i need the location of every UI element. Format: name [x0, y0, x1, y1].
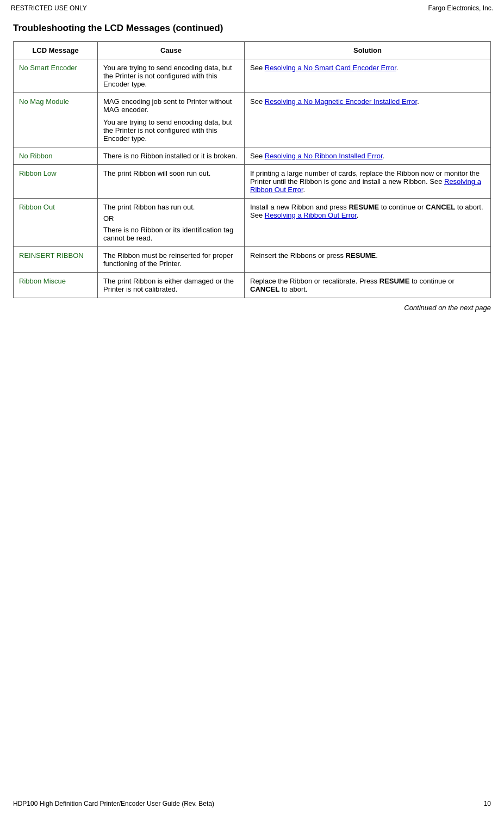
solution-bold: RESUME	[346, 251, 376, 260]
main-content: Troubleshooting the LCD Messages (contin…	[0, 14, 504, 320]
lcd-value: Ribbon Low	[19, 169, 57, 177]
solution-bold: CANCEL	[250, 285, 279, 293]
cause-cell: You are trying to send encoding data, bu…	[98, 59, 245, 93]
solution-cell: Install a new Ribbon and press RESUME to…	[245, 199, 491, 247]
lcd-message-cell: Ribbon Low	[14, 165, 98, 199]
solution-text: If printing a large number of cards, rep…	[250, 169, 485, 194]
cause-cell: MAG encoding job sent to Printer without…	[98, 93, 245, 147]
solution-text: Install a new Ribbon and press RESUME to…	[250, 203, 485, 219]
header-left: RESTRICTED USE ONLY	[11, 4, 87, 12]
header-right: Fargo Electronics, Inc.	[428, 4, 493, 12]
footer-right: 10	[484, 800, 491, 807]
table-row: No Smart EncoderYou are trying to send e…	[14, 59, 491, 93]
table-row: No Mag ModuleMAG encoding job sent to Pr…	[14, 93, 491, 147]
table-row: Ribbon MiscueThe print Ribbon is either …	[14, 273, 491, 298]
lcd-value: No Ribbon	[19, 152, 52, 160]
cause-text-part: There is no Ribbon or its identification…	[103, 226, 239, 242]
solution-cell: See Resolving a No Ribbon Installed Erro…	[245, 147, 491, 165]
table-row: Ribbon OutThe print Ribbon has run out.O…	[14, 199, 491, 247]
cause-cell: The Ribbon must be reinserted for proper…	[98, 247, 245, 273]
table-row: Ribbon LowThe print Ribbon will soon run…	[14, 165, 491, 199]
page-title: Troubleshooting the LCD Messages (contin…	[13, 23, 491, 34]
table-header-row: LCD Message Cause Solution	[14, 42, 491, 59]
solution-cell: See Resolving a No Smart Card Encoder Er…	[245, 59, 491, 93]
page-header: RESTRICTED USE ONLY Fargo Electronics, I…	[0, 0, 504, 14]
solution-text: See Resolving a No Magnetic Encoder Inst…	[250, 97, 485, 106]
solution-cell: If printing a large number of cards, rep…	[245, 165, 491, 199]
lcd-value: No Smart Encoder	[19, 64, 77, 72]
solution-cell: Replace the Ribbon or recalibrate. Press…	[245, 273, 491, 298]
solution-text: See Resolving a No Smart Card Encoder Er…	[250, 64, 485, 72]
solution-link[interactable]: Resolving a No Magnetic Encoder Installe…	[265, 97, 417, 106]
cause-text-part: MAG encoding job sent to Printer without…	[103, 97, 239, 114]
col-header-solution: Solution	[245, 42, 491, 59]
solution-bold: RESUME	[379, 277, 410, 285]
lcd-message-cell: REINSERT RIBBON	[14, 247, 98, 273]
solution-link[interactable]: Resolving a Ribbon Out Error	[265, 211, 357, 219]
cause-text: The Ribbon must be reinserted for proper…	[103, 251, 239, 268]
solution-bold: CANCEL	[426, 203, 455, 211]
solution-link[interactable]: Resolving a No Ribbon Installed Error	[265, 152, 383, 160]
solution-cell: Reinsert the Ribbons or press RESUME.	[245, 247, 491, 273]
lcd-value: Ribbon Miscue	[19, 277, 66, 285]
cause-text-part: The print Ribbon has run out.	[103, 203, 239, 211]
cause-cell: The print Ribbon is either damaged or th…	[98, 273, 245, 298]
cause-cell: There is no Ribbon installed or it is br…	[98, 147, 245, 165]
lcd-value: REINSERT RIBBON	[19, 251, 84, 260]
lcd-messages-table: LCD Message Cause Solution No Smart Enco…	[13, 41, 491, 298]
footer-left: HDP100 High Definition Card Printer/Enco…	[13, 800, 214, 807]
col-header-cause: Cause	[98, 42, 245, 59]
cause-cell: The print Ribbon will soon run out.	[98, 165, 245, 199]
table-row: No RibbonThere is no Ribbon installed or…	[14, 147, 491, 165]
lcd-message-cell: No Smart Encoder	[14, 59, 98, 93]
col-header-lcd: LCD Message	[14, 42, 98, 59]
cause-text: The print Ribbon will soon run out.	[103, 169, 239, 177]
lcd-message-cell: No Ribbon	[14, 147, 98, 165]
solution-text: Reinsert the Ribbons or press RESUME.	[250, 251, 485, 260]
solution-cell: See Resolving a No Magnetic Encoder Inst…	[245, 93, 491, 147]
solution-bold: RESUME	[349, 203, 379, 211]
cause-text: The print Ribbon is either damaged or th…	[103, 277, 239, 293]
solution-link[interactable]: Resolving a No Smart Card Encoder Error	[265, 64, 396, 72]
cause-text-part: You are trying to send encoding data, bu…	[103, 118, 239, 143]
lcd-message-cell: Ribbon Miscue	[14, 273, 98, 298]
solution-link[interactable]: Resolving a Ribbon Out Error	[250, 177, 481, 194]
lcd-value: No Mag Module	[19, 97, 69, 106]
continued-text: Continued on the next page	[13, 304, 491, 312]
table-row: REINSERT RIBBONThe Ribbon must be reinse…	[14, 247, 491, 273]
cause-cell: The print Ribbon has run out.ORThere is …	[98, 199, 245, 247]
solution-text: See Resolving a No Ribbon Installed Erro…	[250, 152, 485, 160]
cause-text: You are trying to send encoding data, bu…	[103, 64, 239, 88]
page-footer: HDP100 High Definition Card Printer/Enco…	[0, 800, 504, 807]
lcd-value: Ribbon Out	[19, 203, 55, 211]
lcd-message-cell: No Mag Module	[14, 93, 98, 147]
cause-text-part: OR	[103, 214, 239, 223]
cause-text: There is no Ribbon installed or it is br…	[103, 152, 239, 160]
lcd-message-cell: Ribbon Out	[14, 199, 98, 247]
solution-text: Replace the Ribbon or recalibrate. Press…	[250, 277, 485, 293]
